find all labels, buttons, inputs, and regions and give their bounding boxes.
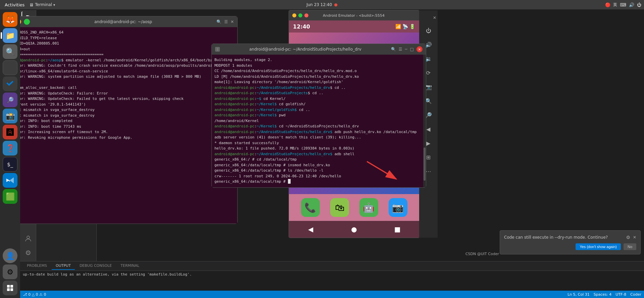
- term-left-line-14: context mismatch in svga_surface_destroy: [6, 107, 235, 113]
- term-right-line-18: android@android-pc:~/AndroidStudioProjec…: [214, 152, 423, 157]
- statusbar-lang[interactable]: Coder: [630, 292, 641, 297]
- terminal-left-actions: 🔍 ☰ ✕: [216, 19, 234, 24]
- terminal-right-close-icon[interactable]: ✕: [416, 46, 423, 52]
- term-right-line-6: android@android-pc:~/AndroidStudioProjec…: [214, 85, 423, 91]
- android-maximize[interactable]: [298, 13, 302, 17]
- term-left-line-19: emulator: Revoking microphone permission…: [6, 135, 235, 141]
- terminal-text[interactable]: Terminal: [35, 2, 52, 7]
- term-right-line-3: CC /home/android/AndroidStudioProjects/h…: [214, 68, 423, 74]
- notification-message: Code can still execute in --dry-run mode…: [504, 235, 626, 240]
- android-app-camera[interactable]: 📷: [389, 198, 407, 217]
- terminal-right-menu-icon[interactable]: ☰: [399, 47, 402, 52]
- android-app-phone[interactable]: 📞: [301, 198, 320, 217]
- terminal-right-header: ⋮ android@android-pc: ~/AndroidStudioPro…: [212, 44, 426, 55]
- dock-icon-search[interactable]: 🔍: [3, 44, 17, 59]
- top-bar-center: Jun 23 12:40 ●: [306, 2, 338, 7]
- power-icon[interactable]: ⏻: [637, 2, 641, 7]
- android-nav-recent[interactable]: ■: [392, 224, 402, 234]
- notification-gear-icon[interactable]: ⚙: [626, 235, 630, 240]
- term-right-line-17: hello_drv.ko: 1 file pushed. 72.0 MB/s (…: [214, 146, 423, 152]
- terminal-left-maximize[interactable]: [24, 19, 30, 25]
- android-close[interactable]: [304, 13, 308, 17]
- android-nav-back[interactable]: ◀: [306, 224, 316, 234]
- dock-icon-help[interactable]: ❓: [3, 141, 17, 156]
- terminal-left-menu-icon[interactable]: ☰: [224, 19, 228, 24]
- term-left-line-1: HOST_CROSS_2ND_ARCH=x86_64: [6, 30, 235, 36]
- terminal-right-scrollbar[interactable]: [423, 55, 426, 187]
- activity-settings[interactable]: ⚙: [21, 246, 35, 259]
- term-left-line-12: emulator: WARNING: UpdateCheck: Failed t…: [6, 96, 235, 102]
- dock-icon-camera[interactable]: 📸: [3, 109, 17, 123]
- android-time: 12:40: [293, 23, 310, 30]
- android-dock: 📞 🛍 🤖 📷: [289, 194, 419, 221]
- term-right-line-9: android@android-pc:~/Kernel$ cd goldfish…: [214, 102, 423, 107]
- notification-no-button[interactable]: No: [624, 243, 636, 250]
- terminal-right-maximize-icon[interactable]: □: [410, 47, 414, 52]
- terminal-left-search-icon[interactable]: 🔍: [216, 19, 221, 24]
- term-right-line-20: generic_x86_64:/data/local/tmp # insmod …: [214, 163, 423, 168]
- dock-icon-settings[interactable]: ⚙: [3, 264, 17, 279]
- dock-icon-grid[interactable]: [3, 281, 17, 295]
- activity-account[interactable]: [21, 232, 35, 245]
- terminal-right-search-icon[interactable]: 🔍: [391, 47, 396, 52]
- terminal-right-grip: ⋮: [215, 47, 220, 52]
- panel-tab-debug[interactable]: DEBUG CONSOLE: [76, 262, 116, 270]
- android-app-store[interactable]: 🛍: [330, 198, 349, 217]
- term-right-line-2: MODPOST 1 modules: [214, 63, 423, 69]
- android-ctrl-power[interactable]: ⏻: [423, 24, 435, 37]
- dock-icon-vscode[interactable]: [3, 173, 17, 188]
- dock-icon-terminal[interactable]: $_: [3, 157, 17, 172]
- notification-popup: Code can still execute in --dry-run mode…: [500, 230, 641, 254]
- term-left-line-6: android@android-pc:~/aosp$ emulator -ker…: [6, 58, 235, 63]
- dock-icon-appstore[interactable]: 🅰: [3, 125, 17, 139]
- terminal-left-body[interactable]: HOST_CROSS_2ND_ARCH=x86_64 HOST_BUILD_TY…: [3, 27, 237, 224]
- keyboard-icon: ⌨: [620, 2, 626, 7]
- dock-icon-vscode-ext[interactable]: [3, 76, 17, 91]
- android-titlebar: Android Emulator - <build>:5554: [289, 10, 419, 20]
- term-left-line-7: emulator: WARNING: Couldn't find crash s…: [6, 63, 235, 74]
- panel-tab-output[interactable]: OUTPUT: [52, 262, 75, 270]
- terminal-right-controls: ⋮: [215, 47, 220, 52]
- android-status-bar: 12:40 📶 📡 🔋: [289, 20, 419, 33]
- term-right-line-13: android@android-pc:~/Kernel$ cd ~/Androi…: [214, 124, 423, 129]
- android-panel-close[interactable]: ✕: [433, 15, 436, 20]
- activities-button[interactable]: Activities: [3, 2, 27, 8]
- gnome-dock: 🦊 📁 🔍 🔎 📸 🅰 ❓ $_ 🟩 👤 ⚙: [0, 9, 20, 298]
- terminal-icon: 🖥: [29, 2, 34, 7]
- statusbar-ln-col[interactable]: Ln 5, Col 31: [567, 292, 590, 297]
- dock-icon-android-studio[interactable]: 🟩: [3, 189, 17, 204]
- notification-yes-button[interactable]: Yes (don't show again): [576, 243, 621, 250]
- statusbar-encoding[interactable]: UTF-8: [615, 292, 626, 297]
- network-icon: 🔴: [605, 2, 610, 7]
- terminal-right-window: ⋮ android@android-pc: ~/AndroidStudioPro…: [211, 44, 426, 188]
- dock-bottom: 👤 ⚙: [3, 248, 17, 295]
- terminal-right-body[interactable]: Building modules, stage 2. MODPOST 1 mod…: [212, 55, 426, 187]
- android-battery-icon: 🔋: [409, 24, 415, 29]
- svg-rect-3: [10, 288, 13, 291]
- statusbar-spaces[interactable]: Spaces: 4: [594, 292, 611, 297]
- android-minimize[interactable]: [292, 13, 296, 17]
- android-app-android[interactable]: 🤖: [359, 198, 378, 217]
- term-right-line-10: android@android-pc:~/Kernel/goldfish$ cd…: [214, 107, 423, 113]
- dock-icon-magnifier[interactable]: 🔎: [3, 93, 17, 107]
- svg-rect-1: [10, 285, 13, 288]
- term-left-line-11: emulator: WARNING: UpdateCheck: Failure:…: [6, 91, 235, 97]
- dock-icon-user[interactable]: 👤: [3, 248, 17, 263]
- terminal-right-minimize-icon[interactable]: ─: [405, 47, 407, 52]
- lang-indicator[interactable]: 英: [613, 2, 617, 8]
- svg-rect-2: [7, 288, 10, 291]
- dot-indicator: ●: [334, 2, 337, 7]
- statusbar-git: ⎇ 0 △ 0 ⚠ 0: [23, 292, 46, 297]
- panel-tab-problems[interactable]: PROBLEMS: [23, 262, 51, 270]
- term-right-line-23: generic_x86_64:/data/local/tmp #: [214, 179, 423, 185]
- panel-tab-terminal[interactable]: TERMINAL: [116, 262, 143, 270]
- dock-icon-files[interactable]: 📁: [3, 28, 17, 43]
- terminal-left-window: android@android-pc: ~/aosp 🔍 ☰ ✕ HOST_CR…: [3, 16, 238, 224]
- android-nav-home[interactable]: ●: [349, 224, 359, 234]
- dock-icon-firefox[interactable]: 🦊: [3, 12, 17, 27]
- android-title-text: Android Emulator - <build>:5554: [323, 13, 385, 18]
- term-left-line-3: BUILD_ID=QQ3A.200805.001: [6, 41, 235, 47]
- terminal-left-close-x-icon[interactable]: ✕: [231, 19, 234, 24]
- dock-icon-blank[interactable]: [3, 60, 17, 75]
- notification-close-icon[interactable]: ✕: [633, 235, 636, 240]
